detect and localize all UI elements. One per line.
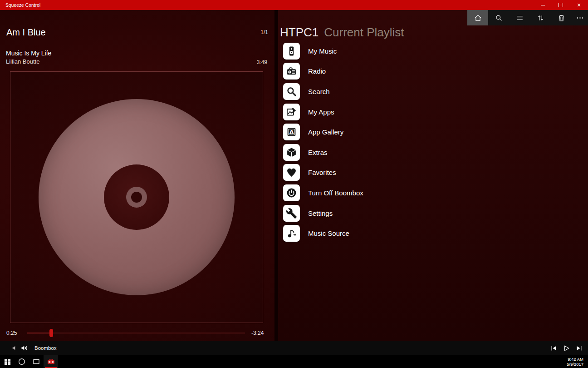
disc-center <box>104 164 169 230</box>
menu-label: Turn Off Boombox <box>308 189 363 197</box>
apps-edit-icon <box>283 104 300 120</box>
disc-hole <box>131 192 142 203</box>
close-icon: × <box>577 2 581 8</box>
volume-icon <box>21 344 28 352</box>
menu-label: My Apps <box>308 108 334 116</box>
track-counter: 1/1 <box>260 29 268 35</box>
svg-text:A: A <box>289 129 294 135</box>
menu-item-settings[interactable]: Settings <box>283 203 363 224</box>
next-track-icon <box>575 344 583 352</box>
caption-buttons: × <box>534 0 588 10</box>
vinyl-disc-graphic <box>39 99 235 295</box>
menu-label: Music Source <box>308 229 349 237</box>
mute-icon <box>12 345 18 351</box>
home-button[interactable] <box>467 10 488 25</box>
player-bar: Boombox <box>0 341 588 355</box>
previous-track-button[interactable] <box>547 342 560 354</box>
squeeze-control-app-icon <box>47 358 55 366</box>
windows-start-icon <box>4 358 11 365</box>
app-gallery-icon: A <box>283 124 300 140</box>
minimize-button[interactable] <box>534 0 552 10</box>
main-area: Am I Blue 1/1 Music Is My Life Lillian B… <box>0 10 588 341</box>
menu-label: Settings <box>308 209 333 217</box>
speaker-icon <box>283 43 300 60</box>
menu-label: Search <box>308 88 330 95</box>
track-title: Music Is My Life <box>6 50 51 57</box>
volume-group: Boombox <box>12 344 57 352</box>
maximize-icon <box>559 3 563 7</box>
task-view-icon <box>33 358 40 365</box>
squeeze-control-taskbar-button[interactable] <box>44 355 58 368</box>
window-title: Squeeze Control <box>5 3 41 8</box>
zone-label: Boombox <box>34 345 57 351</box>
clock-date: 5/9/2017 <box>567 362 583 367</box>
search-button[interactable] <box>488 10 509 25</box>
mute-button[interactable] <box>12 345 18 351</box>
wrench-icon <box>283 205 300 222</box>
volume-button[interactable] <box>21 344 28 352</box>
maximize-button[interactable] <box>552 0 570 10</box>
playlist-header: HTPC1Current Playlist <box>280 25 404 40</box>
cortana-button[interactable] <box>15 355 29 368</box>
album-art <box>10 71 263 323</box>
progress-fill <box>27 333 51 333</box>
track-duration: 3:49 <box>257 59 267 65</box>
taskbar-clock[interactable]: 9:42 AM 5/9/2017 <box>567 357 583 367</box>
power-icon <box>283 184 300 201</box>
progress-thumb[interactable] <box>49 329 53 337</box>
top-toolbar <box>467 10 588 25</box>
start-button[interactable] <box>0 355 15 368</box>
panel-divider <box>274 10 278 341</box>
menu-item-music-source[interactable]: Music Source <box>283 223 363 244</box>
menu-item-extras[interactable]: Extras <box>283 142 363 163</box>
menu-item-my-music[interactable]: My Music <box>283 41 363 61</box>
menu-item-my-apps[interactable]: My Apps <box>283 102 363 122</box>
home-icon <box>474 14 482 22</box>
transport-controls <box>547 342 585 354</box>
elapsed-time: 0:25 <box>6 330 17 336</box>
search-icon <box>495 14 503 22</box>
menu-item-search[interactable]: Search <box>283 81 363 102</box>
close-button[interactable]: × <box>570 0 588 10</box>
delete-icon <box>557 14 566 22</box>
clock-time: 9:42 AM <box>567 357 583 362</box>
now-playing-title: Am I Blue <box>6 27 46 38</box>
sort-button[interactable] <box>530 10 551 25</box>
playlist-panel: HTPC1Current Playlist My Music Radio Sea <box>278 10 588 341</box>
progress-slider[interactable] <box>27 333 245 333</box>
music-note-arrow-icon <box>283 225 300 242</box>
previous-track-icon <box>550 344 558 352</box>
disc-hub <box>126 187 147 208</box>
menu-item-app-gallery[interactable]: A App Gallery <box>283 122 363 142</box>
menu-item-favorites[interactable]: Favorites <box>283 163 363 183</box>
now-playing-panel: Am I Blue 1/1 Music Is My Life Lillian B… <box>0 10 274 341</box>
radio-icon <box>283 63 300 80</box>
menu-label: My Music <box>308 47 337 55</box>
menu-label: Favorites <box>308 169 336 176</box>
play-button[interactable] <box>560 342 573 354</box>
queue-button[interactable] <box>509 10 530 25</box>
menu-label: App Gallery <box>308 128 343 136</box>
search-icon <box>283 83 300 100</box>
delete-button[interactable] <box>551 10 572 25</box>
heart-icon <box>283 164 300 181</box>
task-view-button[interactable] <box>29 355 44 368</box>
device-name: HTPC1 <box>280 25 318 39</box>
windows-taskbar: 9:42 AM 5/9/2017 <box>0 355 588 368</box>
menu-label: Extras <box>308 149 328 156</box>
remaining-time: -3:24 <box>251 330 264 336</box>
playlist-title: Current Playlist <box>324 25 404 39</box>
menu-item-radio[interactable]: Radio <box>283 61 363 82</box>
more-button[interactable] <box>572 10 588 25</box>
menu-label: Radio <box>308 67 326 75</box>
cortana-icon <box>18 358 25 365</box>
cube-icon <box>283 144 300 161</box>
titlebar: Squeeze Control × <box>0 0 588 10</box>
menu-item-turn-off-boombox[interactable]: Turn Off Boombox <box>283 183 363 203</box>
home-menu: My Music Radio Search My Apps <box>283 41 363 244</box>
queue-list-icon <box>515 14 524 22</box>
minimize-icon <box>541 5 545 5</box>
next-track-button[interactable] <box>573 342 585 354</box>
sort-icon <box>536 14 545 22</box>
play-icon <box>563 344 570 352</box>
